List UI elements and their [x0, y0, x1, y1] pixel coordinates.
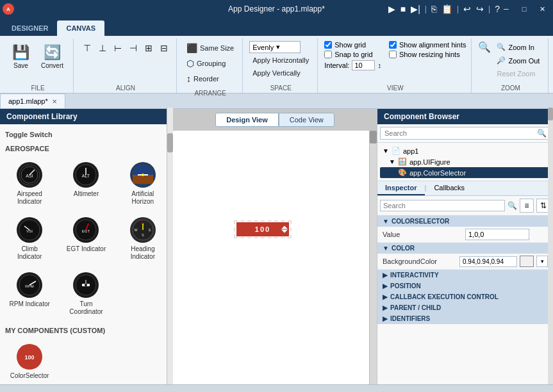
component-item-colorselector[interactable]: 100 ColorSelector [3, 339, 56, 384]
component-item-climb[interactable]: VSI ClimbIndicator [3, 213, 56, 265]
canvas-scrollbar-vertical[interactable] [369, 131, 377, 388]
copy-icon[interactable]: ⎘ [429, 3, 438, 15]
snap-to-grid-input[interactable] [324, 51, 332, 58]
align-left-button[interactable]: ⊢ [111, 41, 125, 55]
stop-icon[interactable]: ■ [399, 3, 408, 15]
zoom-icon: 🔍 [478, 41, 491, 53]
align-section: ⊤ ⊥ ⊢ ⊣ ⊞ ⊟ ALIGN [75, 38, 177, 93]
doc-tab[interactable]: app1.mlapp* ✕ [0, 94, 65, 108]
inspector-list-view-button[interactable]: ≡ [520, 199, 534, 213]
callback-exec-section-header[interactable]: ▶ CALLBACK EXECUTION CONTROL [377, 291, 553, 302]
main-area: Component Library Toggle Switch AEROSPAC… [0, 109, 553, 392]
custom-grid: 100 ColorSelector [3, 337, 170, 387]
value-input[interactable] [465, 229, 529, 240]
inspector-search-input[interactable] [380, 200, 505, 211]
rpm-indicator-icon: RPM [17, 272, 42, 298]
design-view-tab[interactable]: Design View [215, 113, 279, 127]
position-section-header[interactable]: ▶ POSITION [377, 281, 553, 291]
component-item-egt[interactable]: EGT EGT Indicator [59, 213, 113, 265]
tree-item-app1[interactable]: ▼ 📄 app1 [380, 145, 550, 156]
tab-designer[interactable]: DESIGNER [3, 20, 57, 36]
component-item-turn[interactable]: TurnCoordinator [59, 268, 113, 320]
left-scrollbar-thumb[interactable] [167, 133, 173, 152]
close-button[interactable]: ✕ [534, 3, 550, 15]
component-browser-search-input[interactable] [380, 127, 550, 140]
redo-icon[interactable]: ↪ [474, 3, 486, 15]
prop-label-value: Value [383, 231, 465, 238]
interval-input[interactable] [352, 60, 375, 70]
space-dropdown[interactable]: Evenly ▾ [249, 41, 301, 53]
apply-horizontally-button[interactable]: Apply Horizontally [249, 54, 312, 66]
search-icon: 🔍 [537, 129, 547, 138]
minimize-button[interactable]: ─ [498, 3, 515, 15]
show-resize-hints-checkbox[interactable]: Show resizing hints [389, 51, 466, 58]
identifiers-section-header[interactable]: ▶ IDENTIFIERS [377, 313, 553, 324]
interactivity-section-header[interactable]: ▶ INTERACTIVITY [377, 270, 553, 281]
tab-canvas[interactable]: CANVAS [57, 20, 104, 36]
inspector-tab[interactable]: Inspector [377, 181, 425, 195]
space-dropdown-row: Evenly ▾ [249, 41, 301, 53]
canvas-content[interactable]: 100 [173, 131, 369, 388]
reset-zoom-button[interactable]: Reset Zoom [493, 68, 543, 79]
code-view-tab[interactable]: Code View [279, 113, 334, 127]
step-icon[interactable]: ▶| [409, 3, 422, 15]
right-panel-scrollbar[interactable] [548, 109, 553, 384]
aerospace-grid: ASI AirspeedIndicator ALT Alti [3, 155, 170, 323]
bgcolor-dropdown-button[interactable]: ▾ [536, 256, 548, 267]
inspector-search-area: 🔍 ≡ ⇅ [377, 196, 553, 216]
svg-rect-8 [133, 175, 153, 184]
align-hcenter-button[interactable]: ⊞ [142, 41, 156, 55]
component-list[interactable]: Toggle Switch AEROSPACE ASI AirspeedIndi… [0, 124, 172, 392]
file-section-content: 💾 Save 🔄 Convert [8, 38, 68, 83]
prop-row-value: Value [377, 227, 553, 243]
show-align-hints-input[interactable] [389, 41, 397, 49]
maximize-button[interactable]: □ [516, 3, 532, 15]
apply-vertically-button[interactable]: Apply Vertically [249, 67, 304, 79]
component-item-heading[interactable]: N S W E HeadingIndicator [116, 213, 170, 265]
align-vcenter-button[interactable]: ⊟ [157, 41, 171, 55]
undo-icon[interactable]: ↩ [461, 3, 473, 15]
canvas-vscroll-thumb[interactable] [370, 131, 377, 143]
view-section-content: Show grid Snap to grid Interval: ↕ Show … [324, 38, 466, 83]
play-icon[interactable]: ▶ [386, 3, 397, 15]
color-section-header[interactable]: ▼ COLOR [377, 243, 553, 254]
component-item-airspeed[interactable]: ASI AirspeedIndicator [3, 158, 56, 210]
bgcolor-input[interactable] [459, 256, 517, 267]
callbacks-tab[interactable]: Callbacks [426, 181, 472, 195]
save-button[interactable]: 💾 Save [8, 41, 34, 72]
right-scroll-thumb[interactable] [548, 109, 553, 120]
zoom-label: ZOOM [478, 83, 543, 93]
zoom-out-button[interactable]: 🔎 Zoom Out [493, 54, 543, 67]
doc-tab-close-button[interactable]: ✕ [52, 98, 57, 105]
same-size-button[interactable]: ⬛ Same Size [183, 41, 237, 55]
parent-child-section-header[interactable]: ▶ PARENT / CHILD [377, 302, 553, 313]
component-item-altimeter[interactable]: ALT Altimeter [59, 158, 113, 210]
show-grid-checkbox[interactable]: Show grid [324, 41, 381, 49]
left-panel-scrollbar[interactable] [167, 109, 173, 384]
right-panel: Component Browser 🔍 ▼ 📄 app1 ▼ 🪟 app.UIF… [377, 109, 553, 392]
zoom-out-icon: 🔎 [497, 56, 506, 65]
align-top-button[interactable]: ⊤ [80, 41, 94, 55]
tree-item-uifigure[interactable]: ▼ 🪟 app.UIFigure [380, 156, 550, 167]
grouping-button[interactable]: ⬡ Grouping [183, 56, 237, 70]
search-wrapper: 🔍 [380, 127, 550, 140]
convert-button[interactable]: 🔄 Convert [37, 41, 68, 72]
component-item-artificial[interactable]: ArtificialHorizon [116, 158, 170, 210]
show-resize-hints-input[interactable] [389, 51, 397, 58]
colorselector-section-header[interactable]: ▼ COLORSELECTOR [377, 216, 553, 227]
snap-to-grid-checkbox[interactable]: Snap to grid [324, 51, 381, 58]
align-right-button[interactable]: ⊣ [126, 41, 140, 55]
show-grid-input[interactable] [324, 41, 332, 49]
tree-item-colorselector[interactable]: 🎨 app.ColorSelector [380, 167, 550, 178]
show-align-hints-checkbox[interactable]: Show alignment hints [389, 41, 466, 49]
widget-arrow-up [281, 226, 288, 229]
zoom-in-button[interactable]: 🔍 Zoom In [493, 41, 543, 53]
bgcolor-swatch[interactable] [520, 256, 534, 267]
property-sections: ▼ COLORSELECTOR Value ▼ COLOR Background… [377, 216, 553, 392]
reorder-button[interactable]: ↕ Reorder [183, 72, 237, 86]
color-selector-widget[interactable]: 100 [234, 220, 292, 238]
canvas-view-tabs: Design View Code View [173, 109, 377, 131]
paste-icon[interactable]: 📋 [440, 3, 454, 15]
align-bottom-button[interactable]: ⊥ [95, 41, 110, 55]
component-item-rpm[interactable]: RPM RPM Indicator [3, 268, 56, 320]
